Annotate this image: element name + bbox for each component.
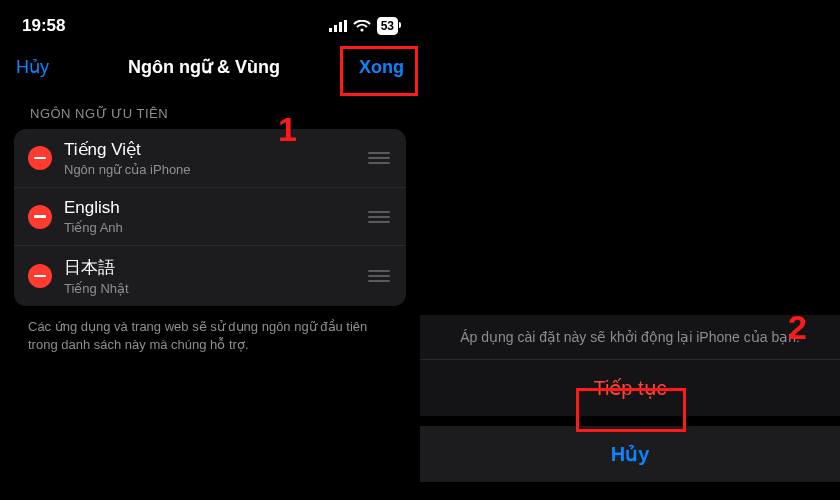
drag-handle-icon[interactable] <box>368 152 392 164</box>
delete-icon[interactable] <box>28 205 52 229</box>
action-sheet: Áp dụng cài đặt này sẽ khởi động lại iPh… <box>420 315 840 482</box>
nav-bar: Hủy Ngôn ngữ & Vùng Xong <box>0 42 420 88</box>
wifi-icon <box>353 20 371 32</box>
svg-rect-0 <box>329 28 332 32</box>
language-name: 日本語 <box>64 256 356 279</box>
section-footer: Các ứng dụng và trang web sẽ sử dụng ngô… <box>0 306 420 354</box>
action-sheet-message: Áp dụng cài đặt này sẽ khởi động lại iPh… <box>420 315 840 360</box>
status-time: 19:58 <box>22 16 65 36</box>
cancel-sheet-button[interactable]: Hủy <box>420 426 840 482</box>
svg-rect-1 <box>334 25 337 32</box>
svg-rect-2 <box>339 22 342 32</box>
drag-handle-icon[interactable] <box>368 211 392 223</box>
status-bar: 19:58 53 <box>0 0 420 42</box>
language-row[interactable]: 日本語 Tiếng Nhật <box>14 245 406 306</box>
page-title: Ngôn ngữ & Vùng <box>128 56 280 78</box>
language-subtitle: Tiếng Anh <box>64 220 356 235</box>
language-subtitle: Ngôn ngữ của iPhone <box>64 162 356 177</box>
cellular-icon <box>329 20 347 32</box>
section-header-preferred-languages: NGÔN NGỮ ƯU TIÊN <box>0 88 420 129</box>
annotation-step2: 2 <box>788 308 807 347</box>
delete-icon[interactable] <box>28 146 52 170</box>
language-row[interactable]: English Tiếng Anh <box>14 187 406 245</box>
language-subtitle: Tiếng Nhật <box>64 281 356 296</box>
cancel-button[interactable]: Hủy <box>16 56 49 78</box>
annotation-step1: 1 <box>278 110 297 149</box>
drag-handle-icon[interactable] <box>368 270 392 282</box>
battery-indicator: 53 <box>377 17 398 35</box>
language-name: English <box>64 198 356 218</box>
language-name: Tiếng Việt <box>64 139 356 160</box>
screen-confirm-restart: Áp dụng cài đặt này sẽ khởi động lại iPh… <box>420 0 840 500</box>
language-row[interactable]: Tiếng Việt Ngôn ngữ của iPhone <box>14 129 406 187</box>
preferred-languages-list: Tiếng Việt Ngôn ngữ của iPhone English T… <box>14 129 406 306</box>
svg-point-4 <box>360 28 363 31</box>
done-button[interactable]: Xong <box>359 57 404 78</box>
screen-language-region: 19:58 53 Hủy Ngôn ngữ & Vùng Xong NGÔN N… <box>0 0 420 500</box>
continue-button[interactable]: Tiếp tục <box>420 360 840 416</box>
status-right: 53 <box>329 17 398 35</box>
svg-rect-3 <box>344 20 347 32</box>
delete-icon[interactable] <box>28 264 52 288</box>
